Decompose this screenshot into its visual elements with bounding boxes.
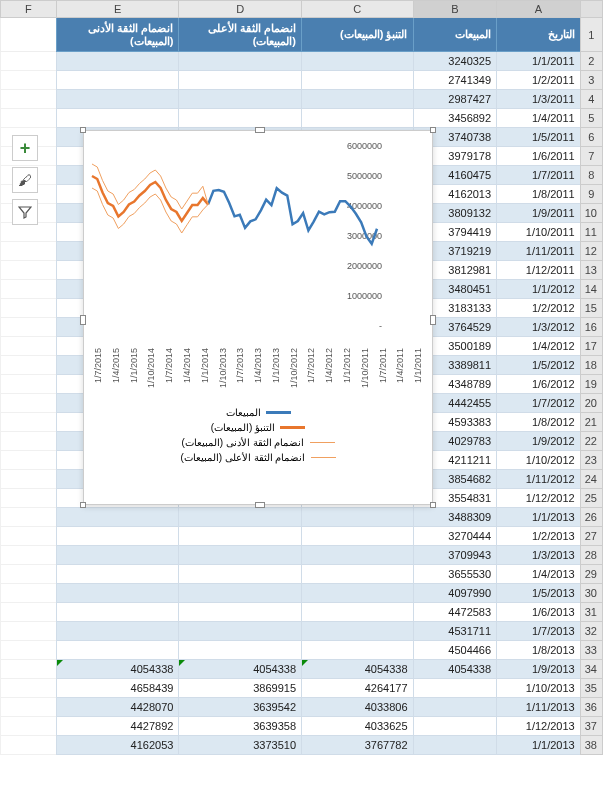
cell[interactable]: 1/1/2012: [497, 280, 581, 299]
cell-empty[interactable]: [1, 280, 57, 299]
cell[interactable]: 1/7/2012: [497, 394, 581, 413]
cell[interactable]: [179, 565, 302, 584]
cell[interactable]: 3639358: [179, 717, 302, 736]
row-number[interactable]: 33: [580, 641, 602, 660]
row-number[interactable]: 19: [580, 375, 602, 394]
error-indicator-icon[interactable]: [179, 660, 185, 666]
row-number[interactable]: 17: [580, 337, 602, 356]
cell[interactable]: 4658439: [56, 679, 179, 698]
col-header-F[interactable]: F: [1, 1, 57, 18]
cell[interactable]: 4264177: [302, 679, 413, 698]
cell[interactable]: 1/8/2013: [497, 641, 581, 660]
row-number[interactable]: 10: [580, 204, 602, 223]
chart-styles-button[interactable]: 🖌: [12, 167, 38, 193]
cell-empty[interactable]: [1, 90, 57, 109]
cell[interactable]: 1/3/2013: [497, 546, 581, 565]
cell[interactable]: 3373510: [179, 736, 302, 755]
cell-empty[interactable]: [1, 527, 57, 546]
cell-empty[interactable]: [1, 660, 57, 679]
cell-empty[interactable]: [1, 584, 57, 603]
cell[interactable]: 1/9/2011: [497, 204, 581, 223]
cell-empty[interactable]: [1, 109, 57, 128]
cell-empty[interactable]: [1, 546, 57, 565]
row-number[interactable]: 20: [580, 394, 602, 413]
cell[interactable]: [179, 622, 302, 641]
row-number[interactable]: 9: [580, 185, 602, 204]
cell[interactable]: [302, 52, 413, 71]
cell[interactable]: [179, 584, 302, 603]
cell[interactable]: [179, 508, 302, 527]
error-indicator-icon[interactable]: [302, 660, 308, 666]
resize-handle[interactable]: [430, 127, 436, 133]
cell[interactable]: [413, 717, 497, 736]
cell[interactable]: [56, 90, 179, 109]
chart-plot-area[interactable]: 1000000200000030000004000000500000060000…: [89, 141, 427, 343]
cell[interactable]: 1/5/2011: [497, 128, 581, 147]
cell-empty[interactable]: [1, 698, 57, 717]
row-number[interactable]: 13: [580, 261, 602, 280]
cell[interactable]: 1/11/2012: [497, 470, 581, 489]
row-number[interactable]: 35: [580, 679, 602, 698]
resize-handle[interactable]: [255, 127, 265, 133]
cell-empty[interactable]: [1, 318, 57, 337]
cell-empty[interactable]: [1, 603, 57, 622]
cell-empty[interactable]: [1, 641, 57, 660]
cell[interactable]: [56, 527, 179, 546]
cell[interactable]: 1/2/2013: [497, 527, 581, 546]
row-number[interactable]: 14: [580, 280, 602, 299]
row-number[interactable]: 11: [580, 223, 602, 242]
cell[interactable]: [56, 71, 179, 90]
header-date[interactable]: التاريخ: [497, 18, 581, 52]
cell[interactable]: 1/6/2012: [497, 375, 581, 394]
cell[interactable]: 1/1/2013: [497, 736, 581, 755]
cell[interactable]: [302, 527, 413, 546]
cell[interactable]: 4427892: [56, 717, 179, 736]
row-number[interactable]: 34: [580, 660, 602, 679]
header-conf-upper[interactable]: انضمام الثقة الأعلى (المبيعات): [179, 18, 302, 52]
error-indicator-icon[interactable]: [57, 660, 63, 666]
row-number[interactable]: 22: [580, 432, 602, 451]
row-number[interactable]: 18: [580, 356, 602, 375]
cell[interactable]: 4054338: [413, 660, 497, 679]
cell[interactable]: 4162053: [56, 736, 179, 755]
cell[interactable]: [179, 527, 302, 546]
cell-empty[interactable]: [1, 18, 57, 52]
header-conf-lower[interactable]: انضمام الثقة الأدنى (المبيعات): [56, 18, 179, 52]
cell[interactable]: 3655530: [413, 565, 497, 584]
cell[interactable]: [179, 641, 302, 660]
cell[interactable]: [56, 109, 179, 128]
legend-item[interactable]: المبيعات: [89, 407, 427, 418]
cell[interactable]: [413, 698, 497, 717]
row-number[interactable]: 7: [580, 147, 602, 166]
select-all-corner[interactable]: [580, 1, 602, 18]
row-number[interactable]: 31: [580, 603, 602, 622]
cell[interactable]: 3488309: [413, 508, 497, 527]
row-number[interactable]: 36: [580, 698, 602, 717]
cell[interactable]: [302, 508, 413, 527]
cell[interactable]: [302, 641, 413, 660]
cell[interactable]: 3456892: [413, 109, 497, 128]
cell[interactable]: [302, 71, 413, 90]
cell[interactable]: 1/12/2013: [497, 717, 581, 736]
cell[interactable]: 1/3/2011: [497, 90, 581, 109]
cell-empty[interactable]: [1, 242, 57, 261]
row-number[interactable]: 21: [580, 413, 602, 432]
cell-empty[interactable]: [1, 356, 57, 375]
cell[interactable]: 3869915: [179, 679, 302, 698]
cell-empty[interactable]: [1, 413, 57, 432]
cell-empty[interactable]: [1, 470, 57, 489]
cell[interactable]: 1/1/2011: [497, 52, 581, 71]
cell[interactable]: [56, 603, 179, 622]
cell[interactable]: [179, 52, 302, 71]
cell-empty[interactable]: [1, 489, 57, 508]
cell-empty[interactable]: [1, 375, 57, 394]
cell[interactable]: [413, 679, 497, 698]
cell[interactable]: 3709943: [413, 546, 497, 565]
cell[interactable]: [56, 546, 179, 565]
cell[interactable]: 4097990: [413, 584, 497, 603]
cell[interactable]: 1/10/2012: [497, 451, 581, 470]
cell-empty[interactable]: [1, 717, 57, 736]
cell[interactable]: 3639542: [179, 698, 302, 717]
cell-empty[interactable]: [1, 299, 57, 318]
cell[interactable]: 4428070: [56, 698, 179, 717]
